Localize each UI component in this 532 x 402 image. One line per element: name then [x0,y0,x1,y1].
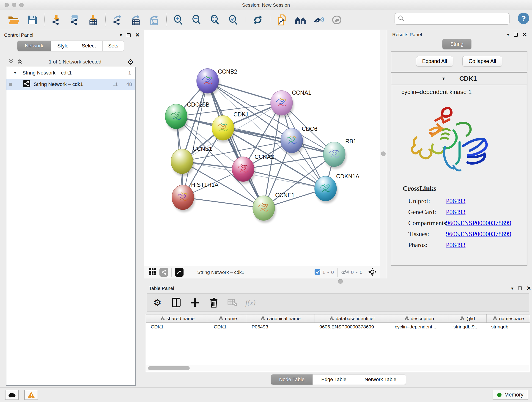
control-panel-float-icon[interactable] [127,33,131,37]
network-node-RB1[interactable] [323,142,346,169]
network-edge[interactable] [243,169,326,189]
section-expander-icon[interactable]: ▼ [442,76,446,81]
cdk1-section-header[interactable]: ▼ CDK1 [391,73,527,85]
network-node-CCNA1[interactable] [271,90,294,118]
expand-all-networks-icon[interactable] [17,58,23,65]
table-scrollbar-thumb[interactable] [148,366,190,370]
crosslink-link[interactable]: 9606.ENSP00000378699 [446,219,511,227]
tab-select[interactable]: Select [75,41,102,51]
table-panel-collapse-icon[interactable]: ▾ [511,286,513,291]
results-panel-close-icon[interactable]: ✕ [522,32,527,37]
import-table-icon[interactable] [86,13,101,27]
column-header-description[interactable]: description [390,314,449,322]
network-node-HIST1H1A[interactable] [172,185,195,212]
column-header-id[interactable]: @id [449,314,487,322]
export-network-icon[interactable] [110,13,125,27]
table-cell[interactable]: cyclin–dependent ... [390,323,449,331]
memory-button[interactable]: Memory [493,390,528,400]
crosslink-link[interactable]: P06493 [446,208,466,216]
apply-layout-icon[interactable] [250,13,265,27]
collapse-all-networks-icon[interactable] [8,58,14,65]
tab-sets[interactable]: Sets [102,41,124,51]
import-network-database-icon[interactable] [67,13,82,27]
show-columns-icon[interactable] [170,297,182,308]
network-options-gear-icon[interactable]: ⚙ [127,57,134,66]
table-panel-float-icon[interactable] [518,287,522,290]
expand-all-button[interactable]: Expand All [416,56,453,66]
network-node-CCNB2[interactable] [196,69,220,96]
results-splitter[interactable] [380,30,387,279]
crosslink-link[interactable]: 9606.ENSP00000378699 [446,230,511,238]
table-panel-close-icon[interactable]: ✕ [526,286,531,291]
network-canvas[interactable]: CCNB2 CCNA1 CDC25B CDK1 CDC6 RB1 [144,30,380,266]
results-splitter-handle[interactable] [381,152,386,156]
column-header-namespace[interactable]: namespace [487,314,530,322]
tab-network[interactable]: Network [17,41,51,51]
table-cell[interactable]: stringdb:9... [449,323,487,331]
table-splitter[interactable] [144,279,532,284]
selected-checkbox-icon[interactable] [314,269,321,276]
tab-network-table[interactable]: Network Table [355,375,406,385]
column-header-canonical-name[interactable]: canonical name [247,314,315,322]
network-row[interactable]: String Network – cdk1 11 48 [6,79,135,90]
table-cell[interactable]: 9606.ENSP00000378699 [315,323,390,331]
import-network-file-icon[interactable] [49,13,64,27]
open-in-window-icon[interactable] [175,268,184,277]
zoom-fit-icon[interactable] [208,13,223,27]
network-edge[interactable] [183,81,208,197]
show-graphics-details-icon[interactable] [311,13,326,27]
tab-node-table[interactable]: Node Table [271,375,312,385]
network-node-CCNA2[interactable] [232,157,255,184]
create-column-plus-icon[interactable] [189,297,201,308]
zoom-selected-icon[interactable] [226,13,241,27]
cloud-services-button[interactable] [5,390,19,400]
table-cell[interactable]: CDK1 [209,323,247,331]
string-panel-toggle-icon[interactable] [159,268,168,277]
open-file-icon[interactable] [6,13,22,27]
control-panel-collapse-icon[interactable]: ▾ [120,33,122,37]
column-header-name[interactable]: name [209,314,247,322]
save-session-icon[interactable] [25,13,40,27]
export-table-icon[interactable] [128,13,143,27]
search-input[interactable] [405,13,509,24]
network-node-CCNE1[interactable] [253,196,276,223]
control-panel-close-icon[interactable]: ✕ [135,32,140,38]
network-node-CDC25B[interactable] [165,104,188,131]
network-node-CCNB1[interactable] [171,149,194,176]
zoom-out-icon[interactable] [189,13,204,27]
export-image-icon[interactable] [147,13,162,27]
tab-edge-table[interactable]: Edge Table [312,375,355,385]
crosslink-link[interactable]: P06493 [446,241,466,249]
column-header-database-identifier[interactable]: database identifier [315,314,390,322]
network-title-label: String Network – cdk1 [197,269,314,275]
pan-crosshair-icon[interactable] [368,268,377,277]
table-splitter-handle[interactable] [338,279,343,284]
table-row[interactable]: CDK1CDK1P064939606.ENSP00000378699cyclin… [146,323,530,331]
network-edge[interactable] [208,81,264,208]
network-node-CDK1[interactable] [212,115,235,143]
new-network-selection-icon[interactable] [274,13,290,27]
crosslink-link[interactable]: P06493 [446,197,466,205]
help-button[interactable]: ? [518,13,529,24]
collection-expander-icon[interactable]: ▼ [13,71,17,75]
table-horizontal-scrollbar[interactable] [146,365,530,371]
network-edge[interactable] [183,197,264,208]
table-cell[interactable]: stringdb [487,323,530,331]
tab-style[interactable]: Style [51,41,75,51]
tab-string[interactable]: String [443,39,471,49]
network-node-CDKN1A[interactable] [315,176,338,203]
collapse-all-button[interactable]: Collapse All [462,56,502,66]
table-cell[interactable]: P06493 [247,323,315,331]
warnings-button[interactable] [24,390,38,400]
results-panel-collapse-icon[interactable]: ▾ [507,32,509,37]
column-header-shared-name[interactable]: shared name [146,314,209,322]
delete-column-trash-icon[interactable] [208,297,220,308]
birds-eye-view-icon[interactable] [149,268,156,276]
results-panel-float-icon[interactable] [514,33,518,37]
network-collection-row[interactable]: ▼ String Network – cdk1 1 [6,67,135,79]
first-neighbors-icon[interactable] [293,13,308,27]
table-cell[interactable]: CDK1 [146,323,209,331]
hidden-eye-slash-icon[interactable] [341,268,349,276]
table-options-gear-icon[interactable]: ⚙ [152,297,163,308]
zoom-in-icon[interactable] [171,13,186,27]
